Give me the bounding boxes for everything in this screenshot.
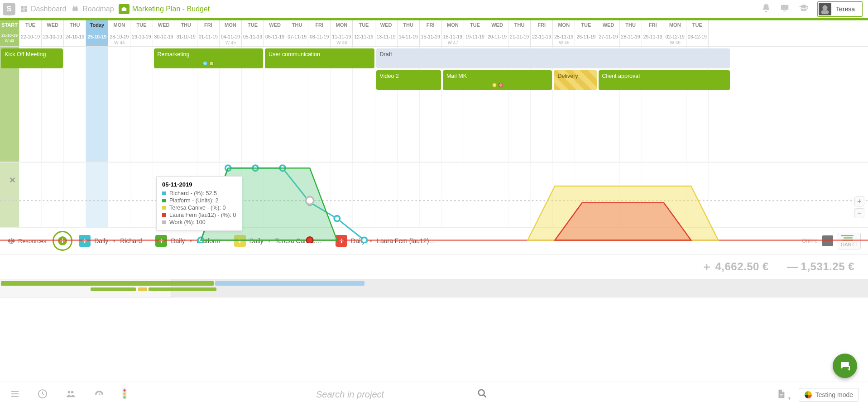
nav-roadmap[interactable]: Roadmap xyxy=(71,5,114,13)
svg-point-16 xyxy=(68,391,71,393)
testing-mode-label: Testing mode xyxy=(815,391,853,398)
nav-project[interactable]: Marketing Plan - Budget xyxy=(119,4,210,14)
timeline-col: MON11-11-19W 46 xyxy=(331,20,353,46)
tooltip-row: Work (%): 100 xyxy=(162,219,236,226)
zoom-out-button[interactable]: − xyxy=(854,208,864,218)
timeline-col: TUE12-11-19 xyxy=(353,20,375,46)
svg-point-22 xyxy=(479,390,484,396)
timeline-col: MON18-11-19W 47 xyxy=(442,20,464,46)
footer: ▾ Testing mode xyxy=(0,382,868,407)
task-bar[interactable]: Video 2 xyxy=(376,70,441,90)
svg-point-8 xyxy=(361,237,367,243)
task-bar[interactable]: Remarketing xyxy=(154,48,264,68)
tooltip-row: Richard - (%): 52.5 xyxy=(162,190,236,197)
svg-point-17 xyxy=(71,391,74,393)
svg-point-21 xyxy=(124,396,125,398)
timeline-col: WED23-10-19 xyxy=(42,20,64,46)
timeline-col: FRI15-11-19 xyxy=(420,20,442,46)
tooltip-date: 05-11-2019 xyxy=(162,181,236,188)
timeline-col: THU31-10-19 xyxy=(175,20,197,46)
topbar: S Dashboard Roadmap Marketing Plan - Bud… xyxy=(0,0,868,18)
task-bar[interactable]: Client approval xyxy=(599,70,730,90)
list-icon[interactable] xyxy=(9,389,21,401)
chart-tooltip: 05-11-2019 Richard - (%): 52.5Platform -… xyxy=(156,176,242,231)
graduation-icon[interactable] xyxy=(798,3,809,15)
timeline-col: TUE05-11-19 xyxy=(242,20,264,46)
task-bar[interactable]: Delivery xyxy=(554,70,596,90)
user-chip[interactable]: Teresa xyxy=(817,1,863,17)
timeline-col: WED13-11-19 xyxy=(375,20,398,46)
timeline-col: TUE03-12-19 xyxy=(686,20,709,46)
bell-icon[interactable] xyxy=(761,3,771,15)
timeline-col: THU07-11-19 xyxy=(286,20,308,46)
totals-bar: ＋ 4,662.50 € — 1,531.25 € xyxy=(0,254,868,279)
task-bar[interactable]: User communication xyxy=(265,48,374,68)
briefcase-icon xyxy=(119,4,129,14)
timeline-col: FRI22-11-19 xyxy=(531,20,553,46)
timeline-col: FRI01-11-19 xyxy=(197,20,220,46)
timeline-col: WED30-10-19 xyxy=(153,20,175,46)
timeline-start: START 21-10-19 W 43 xyxy=(0,20,19,46)
timeline-col: TUE19-11-19 xyxy=(464,20,486,46)
timeline-col: FRI29-11-19 xyxy=(642,20,664,46)
timeline-col: WED06-11-19 xyxy=(264,20,286,46)
tooltip-row: Platform - (Units): 2 xyxy=(162,197,236,204)
document-icon[interactable]: ▾ xyxy=(776,388,790,402)
zoom-controls: + − xyxy=(854,196,864,218)
monitor-icon[interactable] xyxy=(779,3,790,15)
timeline-col: WED20-11-19 xyxy=(486,20,508,46)
timeline-col: THU28-11-19 xyxy=(620,20,642,46)
timeline-col: Today25-10-19 xyxy=(86,20,108,46)
task-bar[interactable]: Kick Off Meeting xyxy=(1,48,63,68)
zoom-in-button[interactable]: + xyxy=(854,196,864,206)
user-name: Teresa xyxy=(836,5,855,13)
topbar-left: S Dashboard Roadmap Marketing Plan - Bud… xyxy=(3,3,210,15)
start-week: W 43 xyxy=(5,38,14,43)
total-negative: — 1,531.25 € xyxy=(787,260,854,273)
resource-chart: ✕ 05-11-2019 Richard - (%): 52.5Platform… xyxy=(0,162,868,228)
timeline-col: MON04-11-19W 45 xyxy=(220,20,242,46)
svg-point-7 xyxy=(334,216,340,221)
timeline-col: MON25-11-19W 48 xyxy=(553,20,575,46)
timeline-header: START 21-10-19 W 43 TUE22-10-19WED23-10-… xyxy=(0,20,868,47)
gauge-icon[interactable] xyxy=(93,389,105,401)
timeline-col: THU14-11-19 xyxy=(398,20,420,46)
total-positive: ＋ 4,662.50 € xyxy=(701,259,769,274)
svg-point-12 xyxy=(306,196,314,204)
chat-fab[interactable] xyxy=(833,354,857,378)
search-icon[interactable] xyxy=(477,388,487,401)
testing-mode-button[interactable]: Testing mode xyxy=(799,388,859,402)
timeline-col: THU24-10-19 xyxy=(64,20,86,46)
task-bar[interactable]: Draft xyxy=(376,48,730,68)
nav-project-label: Marketing Plan - Budget xyxy=(132,5,210,13)
timeline-col: TUE26-11-19 xyxy=(575,20,597,46)
task-bar[interactable]: Mail MK xyxy=(443,70,552,90)
traffic-light-icon[interactable] xyxy=(121,388,128,402)
start-date: 21-10-19 xyxy=(0,33,19,38)
testing-mode-icon xyxy=(805,391,812,398)
search-input[interactable] xyxy=(316,389,434,400)
timeline-col: TUE29-10-19 xyxy=(130,20,153,46)
nav-dashboard[interactable]: Dashboard xyxy=(20,5,66,13)
gantt-area[interactable]: Kick Off MeetingRemarketingUser communic… xyxy=(0,47,868,162)
svg-point-20 xyxy=(124,393,125,394)
minimap[interactable] xyxy=(0,279,868,297)
timeline-col: FRI08-11-19 xyxy=(308,20,331,46)
timeline-col: TUE22-10-19 xyxy=(19,20,42,46)
svg-point-19 xyxy=(124,389,125,391)
team-icon[interactable] xyxy=(64,389,77,401)
svg-point-13 xyxy=(307,237,313,243)
clock-icon[interactable] xyxy=(37,388,48,401)
tooltip-row: Teresa Canive - (%): 0 xyxy=(162,204,236,211)
topbar-right: Teresa xyxy=(761,1,863,17)
tooltip-row: Laura Fem (lau12) - (%): 0 xyxy=(162,211,236,219)
nav-roadmap-label: Roadmap xyxy=(82,5,114,13)
start-label: START xyxy=(1,22,18,28)
app-logo[interactable]: S xyxy=(3,3,15,15)
timeline-columns: TUE22-10-19WED23-10-19THU24-10-19Today25… xyxy=(19,20,709,46)
timeline-col: THU21-11-19 xyxy=(508,20,531,46)
search xyxy=(316,389,452,400)
binoculars-icon xyxy=(71,5,80,13)
avatar xyxy=(819,3,831,15)
dashboard-icon xyxy=(20,5,28,13)
